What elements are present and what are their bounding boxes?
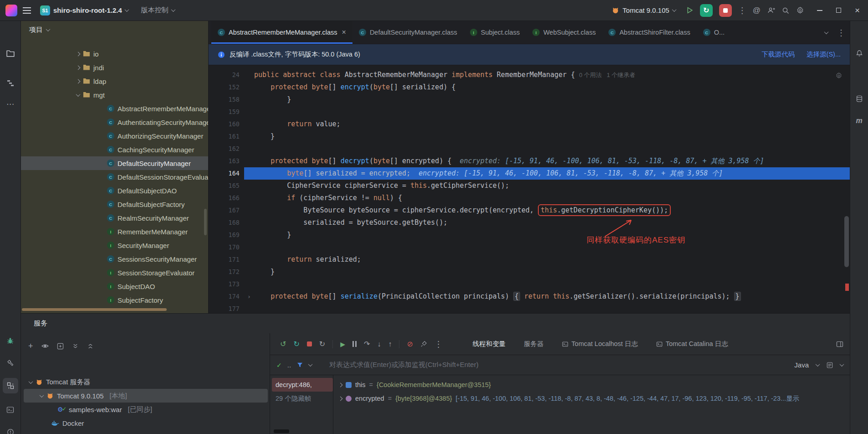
choose-sources-link[interactable]: 选择源(S)... bbox=[807, 50, 841, 59]
hidden-frames-row[interactable]: 29 个隐藏帧 bbox=[272, 392, 333, 405]
stop-button[interactable] bbox=[719, 4, 732, 17]
frames-scrollbar[interactable] bbox=[274, 429, 289, 433]
line-number[interactable]: 160 bbox=[209, 118, 244, 130]
error-stripe-mark[interactable] bbox=[845, 284, 849, 291]
expand-all-icon[interactable] bbox=[72, 343, 79, 350]
settings-gear-icon[interactable] bbox=[796, 6, 804, 15]
chevron-down-icon[interactable] bbox=[816, 362, 820, 367]
maven-tool-icon[interactable]: m bbox=[850, 117, 868, 125]
editor-tab[interactable]: CDefaultSecurityManager.class bbox=[352, 21, 464, 44]
scrollbar-thumb[interactable] bbox=[844, 216, 849, 267]
notifications-icon[interactable] bbox=[850, 50, 868, 57]
editor-settings-gear-icon[interactable] bbox=[835, 72, 842, 79]
project-tree-item[interactable]: ISubjectFactory bbox=[21, 293, 208, 307]
run-configuration-widget[interactable]: Tomcat 9.0.105 bbox=[608, 5, 679, 16]
fold-icon[interactable]: › bbox=[244, 290, 254, 303]
variable-row-encrypted[interactable]: encrypted = {byte[3968]@4385} [-15, 91, … bbox=[339, 392, 848, 405]
stop-icon[interactable] bbox=[307, 341, 312, 346]
chevron-down-icon[interactable] bbox=[308, 362, 313, 367]
editor-tab[interactable]: CO... bbox=[697, 21, 730, 44]
line-number[interactable]: 177 bbox=[209, 303, 244, 313]
chevron-down-icon[interactable] bbox=[76, 92, 81, 97]
build-tool-icon[interactable] bbox=[0, 359, 20, 367]
new-tab-icon[interactable] bbox=[57, 343, 64, 350]
pause-icon[interactable] bbox=[352, 341, 357, 347]
project-tree-item[interactable]: ldap bbox=[21, 74, 208, 88]
chevron-right-icon[interactable] bbox=[76, 52, 81, 56]
line-number[interactable]: 171 bbox=[209, 253, 244, 266]
project-tree-item[interactable]: CCachingSecurityManager bbox=[21, 143, 208, 156]
line-number[interactable]: 158 bbox=[209, 93, 244, 106]
project-tree-item[interactable]: ISecurityManager bbox=[21, 238, 208, 252]
tab-threads-variables[interactable]: 线程和变量 bbox=[467, 337, 511, 351]
more-icon[interactable]: ⋮ bbox=[434, 339, 443, 349]
view-options-icon[interactable] bbox=[827, 362, 833, 368]
line-number[interactable]: 168 bbox=[209, 217, 244, 229]
line-number[interactable]: 167 bbox=[209, 204, 244, 217]
project-tree-item[interactable]: IRememberMeManager bbox=[21, 225, 208, 238]
resume-icon[interactable]: ▶ bbox=[340, 341, 345, 347]
main-menu-icon[interactable] bbox=[23, 7, 31, 14]
vcs-widget[interactable]: 版本控制 bbox=[138, 4, 179, 16]
chevron-down-icon[interactable] bbox=[40, 393, 44, 398]
editor-tab[interactable]: ISubject.class bbox=[464, 21, 526, 44]
evaluate-watch-bar[interactable]: ✓ .. 对表达式求值(Enter)或添加监视(Ctrl+Shift+Enter… bbox=[270, 355, 850, 375]
editor-tab[interactable]: CAbstractRememberMeManager.class× bbox=[211, 21, 352, 44]
project-widget[interactable]: S1 shiro-shiro-root-1.2.4 bbox=[36, 4, 132, 17]
line-number[interactable]: 163 bbox=[209, 155, 244, 167]
problems-tool-icon[interactable] bbox=[0, 429, 20, 434]
evaluate-input[interactable]: 对表达式求值(Enter)或添加监视(Ctrl+Shift+Enter) bbox=[329, 361, 789, 369]
project-tree-item[interactable]: CDefaultSessionStorageEvaluator bbox=[21, 170, 208, 184]
frame-row-current[interactable]: decrypt:486, bbox=[272, 378, 333, 392]
rerun-debug-button[interactable]: ↻ bbox=[700, 4, 713, 17]
filter-icon[interactable] bbox=[296, 362, 303, 368]
project-tree-item[interactable]: CSessionsSecurityManager bbox=[21, 252, 208, 266]
rerun-icon[interactable]: ↺ bbox=[280, 341, 286, 348]
maximize-button[interactable] bbox=[836, 8, 841, 13]
line-number[interactable]: 166 bbox=[209, 192, 244, 204]
tree-item-tomcat-server[interactable]: Tomcat 9.0.105 [本地] bbox=[24, 389, 268, 403]
search-icon[interactable] bbox=[781, 6, 790, 15]
tab-localhost-log[interactable]: Tomcat Localhost 日志 bbox=[557, 337, 643, 351]
chevron-right-icon[interactable] bbox=[76, 65, 81, 70]
tree-item-tomcat-servers[interactable]: Tomcat 服务器 bbox=[21, 375, 268, 389]
debug-tool-icon[interactable] bbox=[0, 337, 20, 345]
line-number[interactable]: 169 bbox=[209, 229, 244, 241]
line-number[interactable]: 161 bbox=[209, 130, 244, 143]
project-tree-item[interactable]: ISessionStorageEvaluator bbox=[21, 266, 208, 279]
line-number[interactable]: 174 bbox=[209, 290, 244, 303]
line-number[interactable]: 165 bbox=[209, 180, 244, 192]
step-into-icon[interactable]: ↓ bbox=[377, 341, 381, 348]
project-tree-item[interactable]: ISubjectDAO bbox=[21, 279, 208, 293]
line-number[interactable]: 162 bbox=[209, 143, 244, 155]
mute-breakpoints-icon[interactable]: ⊘ bbox=[407, 341, 413, 348]
line-number[interactable]: 173 bbox=[209, 278, 244, 290]
line-number[interactable]: 172 bbox=[209, 266, 244, 278]
project-tool-icon[interactable] bbox=[0, 50, 20, 57]
line-number[interactable]: 24 bbox=[209, 69, 244, 81]
project-tree-item[interactable]: mgt bbox=[21, 88, 208, 102]
layout-settings-icon[interactable] bbox=[836, 341, 843, 348]
restart-debug-icon[interactable]: ↻ bbox=[293, 341, 299, 348]
clear-icon[interactable] bbox=[420, 341, 427, 347]
variable-row-this[interactable]: this = {CookieRememberMeManager@3515} bbox=[339, 378, 848, 392]
structure-tool-icon[interactable] bbox=[0, 79, 20, 87]
editor-tab[interactable]: IWebSubject.class bbox=[526, 21, 602, 44]
project-tree-item[interactable]: CAuthorizingSecurityManager bbox=[21, 129, 208, 143]
download-sources-link[interactable]: 下载源代码 bbox=[762, 50, 795, 59]
project-tree-item[interactable]: CRealmSecurityManager bbox=[21, 211, 208, 225]
line-number[interactable]: 159 bbox=[209, 106, 244, 118]
at-icon[interactable]: @ bbox=[753, 6, 761, 15]
tab-catalina-log[interactable]: Tomcat Catalina 日志 bbox=[651, 337, 734, 351]
tab-server[interactable]: 服务器 bbox=[518, 337, 549, 351]
project-panel-header[interactable]: 项目 bbox=[21, 21, 208, 38]
close-button[interactable]: × bbox=[855, 6, 860, 15]
more-tools-icon[interactable]: ⋯ bbox=[0, 99, 20, 109]
add-service-icon[interactable]: + bbox=[28, 341, 33, 351]
code-editor[interactable]: 24public abstract class AbstractRemember… bbox=[209, 65, 850, 313]
editor-tab[interactable]: CAbstractShiroFilter.class bbox=[602, 21, 697, 44]
terminal-tool-icon[interactable] bbox=[0, 406, 20, 413]
minimize-button[interactable] bbox=[817, 10, 822, 11]
step-out-icon[interactable]: ↑ bbox=[388, 341, 392, 348]
refresh-icon[interactable]: ↻ bbox=[319, 341, 325, 348]
